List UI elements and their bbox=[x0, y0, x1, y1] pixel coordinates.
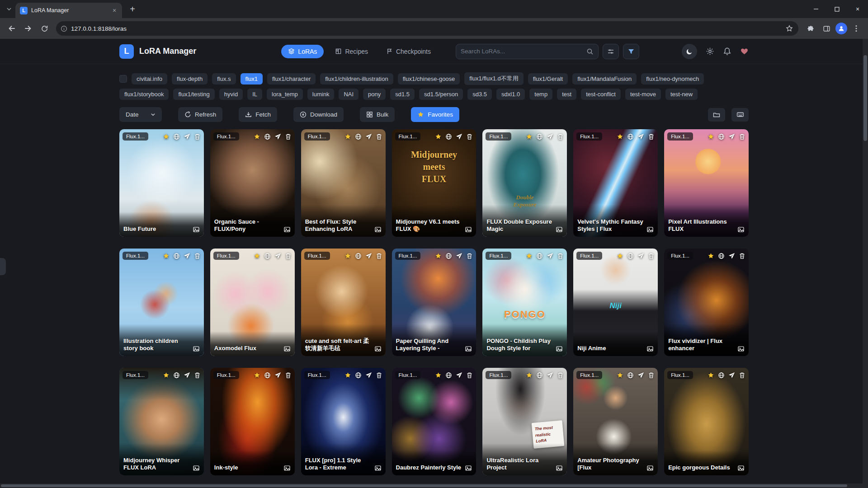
tag-flux1/chinese-goose[interactable]: flux1/chinese-goose bbox=[398, 73, 460, 84]
preview-image-icon[interactable] bbox=[193, 465, 200, 472]
preview-image-icon[interactable] bbox=[465, 465, 472, 472]
download-button[interactable]: Download bbox=[293, 107, 344, 122]
tag-civitai.info[interactable]: civitai.info bbox=[132, 73, 167, 84]
url-text[interactable]: 127.0.0.1:8188/loras bbox=[71, 25, 778, 32]
preview-image-icon[interactable] bbox=[737, 226, 745, 233]
lora-card[interactable]: Flux.1... Daubrez Painterly Style bbox=[392, 368, 476, 475]
lora-card[interactable]: Flux.1... Best of Flux: Style Enhancing … bbox=[301, 129, 386, 237]
tag-IL[interactable]: IL bbox=[247, 89, 262, 100]
tag-hyvid[interactable]: hyvid bbox=[219, 89, 243, 100]
reload-button[interactable] bbox=[37, 21, 52, 36]
forward-button[interactable] bbox=[21, 21, 35, 36]
globe-icon[interactable] bbox=[536, 372, 543, 379]
window-close-button[interactable]: × bbox=[847, 0, 868, 18]
send-icon[interactable] bbox=[728, 253, 735, 259]
globe-icon[interactable] bbox=[173, 253, 180, 259]
lora-card[interactable]: Flux.1... Blue Future bbox=[119, 129, 204, 237]
globe-icon[interactable] bbox=[718, 372, 725, 379]
send-icon[interactable] bbox=[184, 372, 190, 379]
lora-card[interactable]: PONGO Flux.1... PONGO - Childish Play bbox=[482, 249, 567, 356]
browser-tab[interactable]: L LoRA Manager × bbox=[15, 3, 122, 18]
globe-icon[interactable] bbox=[445, 133, 452, 140]
theme-toggle-button[interactable] bbox=[682, 44, 697, 59]
globe-icon[interactable] bbox=[627, 133, 634, 140]
trash-icon[interactable] bbox=[194, 372, 201, 379]
trash-icon[interactable] bbox=[285, 372, 292, 379]
preview-image-icon[interactable] bbox=[465, 226, 472, 233]
sort-select[interactable]: Date bbox=[119, 107, 162, 122]
globe-icon[interactable] bbox=[718, 133, 725, 140]
favorite-star-icon[interactable] bbox=[254, 372, 260, 379]
send-icon[interactable] bbox=[547, 133, 553, 140]
favorite-star-icon[interactable] bbox=[344, 253, 351, 259]
send-icon[interactable] bbox=[728, 133, 735, 140]
tag-lora_temp[interactable]: lora_temp bbox=[267, 89, 303, 100]
trash-icon[interactable] bbox=[739, 372, 745, 379]
globe-icon[interactable] bbox=[536, 253, 543, 259]
tag-sd1.5/person[interactable]: sd1.5/person bbox=[419, 89, 463, 100]
filter-funnel-button[interactable] bbox=[623, 44, 639, 59]
send-icon[interactable] bbox=[184, 253, 190, 259]
lora-card[interactable]: Flux.1... Ink-style bbox=[210, 368, 295, 475]
lora-card[interactable]: Flux.1... Paper Quilling And Layering St… bbox=[392, 249, 476, 356]
refresh-button[interactable]: Refresh bbox=[178, 107, 222, 122]
send-icon[interactable] bbox=[728, 372, 735, 379]
trash-icon[interactable] bbox=[194, 253, 201, 259]
globe-icon[interactable] bbox=[718, 253, 725, 259]
lora-card[interactable]: Double Exposure Flux.1... FLUX Double bbox=[482, 129, 567, 237]
lora-card[interactable]: Flux.1... Flux vividizer | Flux enhancer bbox=[664, 249, 749, 356]
globe-icon[interactable] bbox=[173, 372, 180, 379]
trash-icon[interactable] bbox=[557, 372, 564, 379]
vertical-scrollbar[interactable] bbox=[863, 39, 868, 488]
bookmark-star-icon[interactable] bbox=[782, 21, 797, 36]
send-icon[interactable] bbox=[456, 372, 462, 379]
tag-flux-depth[interactable]: flux-depth bbox=[172, 73, 208, 84]
filter-sliders-button[interactable] bbox=[603, 44, 619, 59]
globe-icon[interactable] bbox=[264, 133, 271, 140]
preview-image-icon[interactable] bbox=[556, 465, 563, 472]
preview-image-icon[interactable] bbox=[646, 226, 654, 233]
lora-card[interactable]: Flux.1... Organic Sauce - FLUX/Pony bbox=[210, 129, 295, 237]
lora-card[interactable]: Flux.1... Epic gorgeous Details bbox=[664, 368, 749, 475]
preview-image-icon[interactable] bbox=[556, 345, 563, 352]
tag-flux1/children-illustration[interactable]: flux1/children-illustration bbox=[320, 73, 393, 84]
send-icon[interactable] bbox=[365, 133, 372, 140]
keyboard-shortcuts-button[interactable] bbox=[731, 108, 749, 122]
trash-icon[interactable] bbox=[648, 133, 655, 140]
window-maximize-button[interactable] bbox=[826, 0, 847, 18]
favorite-star-icon[interactable] bbox=[163, 133, 170, 140]
send-icon[interactable] bbox=[637, 133, 644, 140]
trash-icon[interactable] bbox=[466, 253, 473, 259]
favorite-star-icon[interactable] bbox=[526, 253, 533, 259]
tag-flux.s[interactable]: flux.s bbox=[212, 73, 236, 84]
tag-select-checkbox[interactable] bbox=[119, 75, 127, 83]
preview-image-icon[interactable] bbox=[193, 345, 200, 352]
favorites-filter-button[interactable]: Favorites bbox=[411, 107, 459, 122]
lora-card[interactable]: Midjourney meets FLUX Flux.1... Midjou bbox=[392, 129, 476, 237]
tag-test-new[interactable]: test-new bbox=[665, 89, 698, 100]
tag-temp[interactable]: temp bbox=[529, 89, 552, 100]
send-icon[interactable] bbox=[637, 253, 644, 259]
lora-card[interactable]: Flux.1... Amateur Photography [Flux bbox=[573, 368, 658, 475]
lora-card[interactable]: Flux.1... cute and soft felt-art 柔软清新羊毛毡 bbox=[301, 249, 386, 356]
tag-test-move[interactable]: test-move bbox=[625, 89, 661, 100]
vertical-scrollbar-thumb[interactable] bbox=[863, 55, 867, 141]
favorite-star-icon[interactable] bbox=[254, 253, 260, 259]
preview-image-icon[interactable] bbox=[646, 465, 654, 472]
send-icon[interactable] bbox=[274, 253, 281, 259]
search-icon[interactable] bbox=[586, 48, 594, 55]
send-icon[interactable] bbox=[547, 253, 553, 259]
side-panel-icon[interactable] bbox=[819, 21, 834, 36]
send-icon[interactable] bbox=[274, 372, 281, 379]
lora-card[interactable]: Flux.1... Midjourney Whisper FLUX LoRA bbox=[119, 368, 204, 475]
favorite-star-icon[interactable] bbox=[708, 372, 714, 379]
lora-card[interactable]: Flux.1... Illustration children story bo… bbox=[119, 249, 204, 356]
favorite-star-icon[interactable] bbox=[163, 372, 170, 379]
window-minimize-button[interactable] bbox=[806, 0, 826, 18]
trash-icon[interactable] bbox=[648, 253, 655, 259]
globe-icon[interactable] bbox=[355, 372, 362, 379]
globe-icon[interactable] bbox=[445, 372, 452, 379]
bulk-button[interactable]: Bulk bbox=[360, 107, 395, 122]
tab-search-button[interactable] bbox=[3, 3, 15, 15]
tab-loras[interactable]: LoRAs bbox=[281, 45, 324, 58]
